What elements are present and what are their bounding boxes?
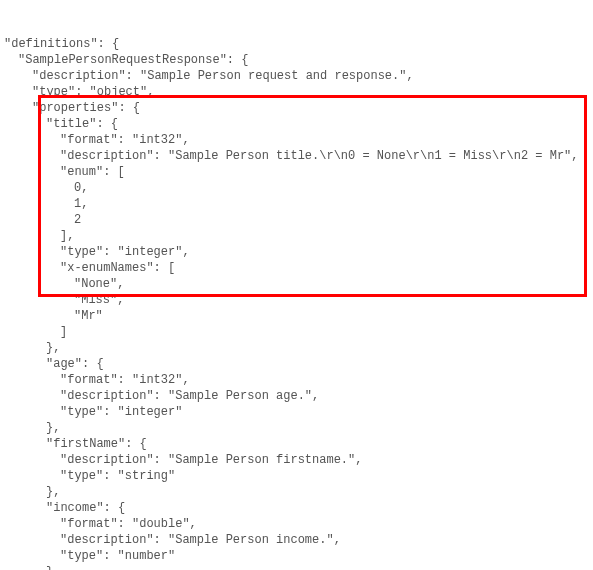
code-line: 0, — [4, 180, 589, 196]
code-line: "income": { — [4, 500, 589, 516]
code-line: 2 — [4, 212, 589, 228]
code-line: }, — [4, 340, 589, 356]
code-line: 1, — [4, 196, 589, 212]
code-line: } — [4, 564, 589, 570]
code-line: }, — [4, 484, 589, 500]
code-line: "None", — [4, 276, 589, 292]
code-line: "description": "Sample Person age.", — [4, 388, 589, 404]
code-line: "properties": { — [4, 100, 589, 116]
code-line: "type": "object", — [4, 84, 589, 100]
code-line: }, — [4, 420, 589, 436]
json-code-block: "definitions": {"SamplePersonRequestResp… — [0, 0, 593, 570]
code-line: "title": { — [4, 116, 589, 132]
code-line: "type": "number" — [4, 548, 589, 564]
code-line: "age": { — [4, 356, 589, 372]
code-lines: "definitions": {"SamplePersonRequestResp… — [4, 36, 589, 570]
code-line: "x-enumNames": [ — [4, 260, 589, 276]
code-line: "description": "Sample Person firstname.… — [4, 452, 589, 468]
code-line: "description": "Sample Person title.\r\n… — [4, 148, 589, 164]
code-line: "Mr" — [4, 308, 589, 324]
code-line: "firstName": { — [4, 436, 589, 452]
code-line: "description": "Sample Person request an… — [4, 68, 589, 84]
code-line: "format": "double", — [4, 516, 589, 532]
code-line: "definitions": { — [4, 36, 589, 52]
code-line: "SamplePersonRequestResponse": { — [4, 52, 589, 68]
code-line: ] — [4, 324, 589, 340]
code-line: "type": "integer" — [4, 404, 589, 420]
code-line: "enum": [ — [4, 164, 589, 180]
code-line: "type": "string" — [4, 468, 589, 484]
code-line: "type": "integer", — [4, 244, 589, 260]
code-line: "format": "int32", — [4, 372, 589, 388]
code-line: ], — [4, 228, 589, 244]
code-line: "format": "int32", — [4, 132, 589, 148]
code-line: "description": "Sample Person income.", — [4, 532, 589, 548]
code-line: "Miss", — [4, 292, 589, 308]
